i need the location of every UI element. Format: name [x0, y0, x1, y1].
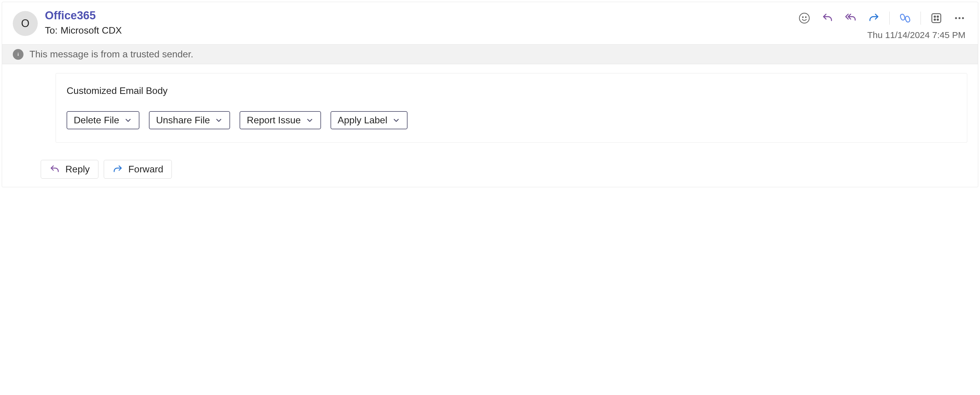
svg-point-1: [803, 17, 803, 18]
forward-button[interactable]: Forward: [104, 160, 172, 178]
trust-banner: This message is from a trusted sender.: [2, 44, 978, 64]
svg-point-10: [962, 17, 964, 19]
body-area: Customized Email Body Delete File Unshar…: [2, 64, 978, 151]
report-issue-button[interactable]: Report Issue: [240, 111, 321, 129]
apply-label-label: Apply Label: [338, 115, 387, 126]
trust-text: This message is from a trusted sender.: [29, 49, 193, 60]
svg-point-5: [937, 16, 939, 18]
avatar-initial: O: [21, 17, 29, 30]
message-header: O Office365 To: Microsoft CDX: [2, 2, 978, 44]
reply-all-icon[interactable]: [843, 10, 858, 26]
svg-point-4: [934, 16, 936, 18]
forward-icon[interactable]: [866, 10, 881, 26]
sender-name[interactable]: Office365: [45, 9, 789, 22]
svg-point-2: [805, 17, 807, 18]
forward-label: Forward: [129, 164, 163, 175]
svg-point-0: [799, 13, 809, 23]
svg-point-11: [18, 53, 19, 54]
to-value[interactable]: Microsoft CDX: [60, 25, 122, 36]
svg-point-6: [934, 19, 936, 21]
chevron-down-icon: [305, 116, 314, 124]
body-card: Customized Email Body Delete File Unshar…: [56, 73, 967, 143]
recipient-line: To: Microsoft CDX: [45, 25, 789, 36]
chevron-down-icon: [215, 116, 223, 124]
forward-icon: [112, 164, 123, 175]
info-icon: [13, 49, 24, 60]
delete-file-button[interactable]: Delete File: [67, 111, 139, 129]
to-label: To:: [45, 25, 58, 36]
sender-avatar[interactable]: O: [13, 11, 38, 36]
reply-label: Reply: [65, 164, 90, 175]
unshare-file-label: Unshare File: [156, 115, 210, 126]
svg-point-8: [955, 17, 957, 19]
copilot-icon[interactable]: [897, 10, 913, 26]
react-icon[interactable]: [797, 10, 812, 26]
reply-button[interactable]: Reply: [41, 160, 99, 178]
svg-point-9: [959, 17, 961, 19]
apps-icon[interactable]: [929, 10, 944, 26]
icon-separator-2: [921, 11, 921, 25]
svg-point-7: [937, 19, 939, 21]
apply-label-button[interactable]: Apply Label: [331, 111, 407, 129]
body-text: Customized Email Body: [67, 85, 956, 96]
message-card: O Office365 To: Microsoft CDX: [2, 2, 978, 187]
chevron-down-icon: [392, 116, 400, 124]
action-buttons: Delete File Unshare File Report Issue: [67, 111, 956, 129]
header-right: Thu 11/14/2024 7:45 PM: [797, 10, 967, 40]
reply-icon[interactable]: [820, 10, 835, 26]
footer-actions: Reply Forward: [2, 151, 978, 187]
unshare-file-button[interactable]: Unshare File: [149, 111, 230, 129]
header-main: Office365 To: Microsoft CDX: [45, 9, 789, 36]
action-icons: [797, 10, 967, 26]
report-issue-label: Report Issue: [247, 115, 301, 126]
reply-icon: [49, 164, 60, 175]
svg-rect-12: [18, 54, 18, 56]
delete-file-label: Delete File: [74, 115, 119, 126]
chevron-down-icon: [124, 116, 132, 124]
svg-rect-3: [932, 14, 941, 22]
more-icon[interactable]: [952, 10, 967, 26]
timestamp: Thu 11/14/2024 7:45 PM: [867, 30, 967, 40]
